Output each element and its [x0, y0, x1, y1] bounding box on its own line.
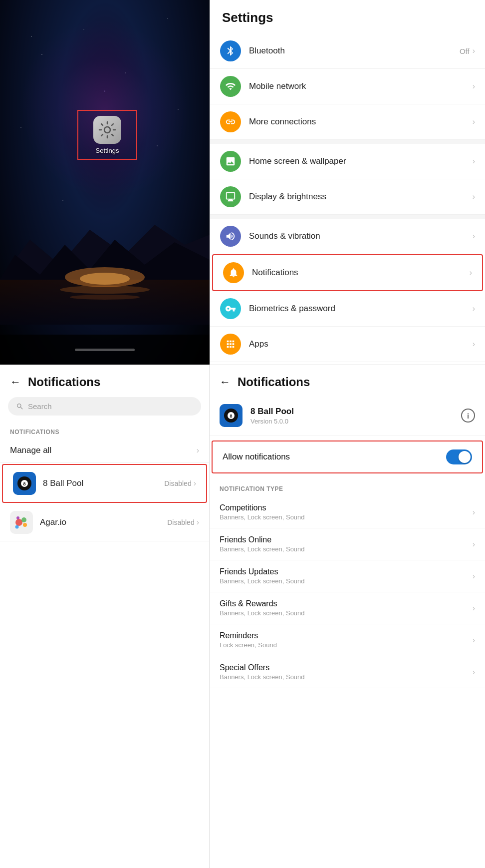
settings-item-sounds[interactable]: Sounds & vibration ›	[210, 219, 485, 254]
search-placeholder: Search	[28, 402, 52, 411]
notif-type-competitions[interactable]: Competitions Banners, Lock screen, Sound…	[210, 496, 485, 528]
special-offers-info: Special Offers Banners, Lock screen, Sou…	[220, 663, 473, 681]
friends-updates-info: Friends Updates Banners, Lock screen, So…	[220, 567, 473, 585]
sounds-chevron: ›	[473, 232, 475, 241]
notif-type-special-offers[interactable]: Special Offers Banners, Lock screen, Sou…	[210, 656, 485, 688]
notification-type-section-label: NOTIFICATION TYPE	[210, 478, 485, 496]
gifts-rewards-name: Gifts & Rewards	[220, 599, 473, 608]
notif-detail-back-button[interactable]: ←	[220, 376, 231, 389]
notif-item-agario[interactable]: Agar.io Disabled ›	[0, 504, 209, 541]
more-connections-icon	[220, 111, 241, 132]
notif-type-gifts-rewards[interactable]: Gifts & Rewards Banners, Lock screen, So…	[210, 592, 485, 624]
notifications-label: Notifications	[252, 268, 470, 278]
bluetooth-label: Bluetooth	[249, 46, 460, 56]
settings-app-icon-box[interactable]: Settings	[77, 110, 137, 160]
allow-notifications-label: Allow notifications	[223, 452, 446, 462]
notification-detail-panel: ← Notifications 8 8 Ball Pool Version 5.…	[210, 365, 485, 868]
apps-label: Apps	[249, 339, 473, 349]
settings-item-display[interactable]: Display & brightness ›	[210, 179, 485, 215]
mobile-network-icon	[220, 76, 241, 97]
manage-all-label: Manage all	[10, 445, 197, 455]
svg-point-7	[104, 127, 110, 133]
8ball-chevron: ›	[194, 479, 196, 488]
phone-screen: Settings	[0, 0, 210, 365]
more-connections-label: More connections	[249, 117, 473, 127]
settings-item-more-connections[interactable]: More connections ›	[210, 104, 485, 140]
manage-all-item[interactable]: Manage all ›	[0, 438, 209, 463]
notifications-section-label: NOTIFICATIONS	[0, 424, 209, 438]
friends-updates-name: Friends Updates	[220, 567, 473, 576]
notif-list-back-button[interactable]: ←	[10, 376, 21, 389]
svg-text:8: 8	[23, 481, 25, 486]
svg-point-15	[23, 523, 27, 527]
svg-point-5	[60, 286, 150, 294]
settings-gear-icon	[98, 121, 116, 139]
biometrics-label: Biometrics & password	[249, 304, 473, 314]
settings-item-mobile-network[interactable]: Mobile network ›	[210, 69, 485, 104]
settings-item-bluetooth[interactable]: Bluetooth Off ›	[210, 33, 485, 69]
apps-icon	[220, 334, 241, 355]
reminders-info: Reminders Lock screen, Sound	[220, 631, 473, 649]
reminders-chevron: ›	[473, 636, 475, 645]
competitions-name: Competitions	[220, 503, 473, 512]
more-connections-chevron: ›	[473, 117, 475, 126]
bluetooth-chevron: ›	[473, 46, 475, 55]
settings-item-notifications[interactable]: Notifications ›	[212, 254, 483, 291]
settings-item-apps[interactable]: Apps ›	[210, 327, 485, 362]
notif-search-bar[interactable]: Search	[8, 397, 201, 416]
settings-item-biometrics[interactable]: Biometrics & password ›	[210, 291, 485, 327]
notifications-chevron: ›	[470, 268, 472, 277]
agario-name: Agar.io	[40, 517, 167, 527]
display-icon	[220, 186, 241, 207]
notifications-list: ← Notifications Search NOTIFICATIONS Man…	[0, 365, 210, 868]
agario-status: Disabled	[167, 518, 194, 526]
app-detail-info: 8 Ball Pool Version 5.0.0	[250, 407, 461, 425]
app-detail-version: Version 5.0.0	[250, 418, 461, 425]
gifts-rewards-info: Gifts & Rewards Banners, Lock screen, So…	[220, 599, 473, 617]
biometrics-chevron: ›	[473, 304, 475, 313]
svg-point-16	[16, 516, 19, 519]
search-icon	[16, 403, 24, 411]
bluetooth-icon	[220, 40, 241, 61]
svg-point-14	[21, 517, 26, 522]
settings-icon-label: Settings	[96, 147, 119, 154]
special-offers-name: Special Offers	[220, 663, 473, 672]
competitions-info: Competitions Banners, Lock screen, Sound	[220, 503, 473, 521]
settings-item-home-screen[interactable]: Home screen & wallpaper ›	[210, 144, 485, 179]
notif-type-friends-online[interactable]: Friends Online Banners, Lock screen, Sou…	[210, 528, 485, 560]
notif-type-friends-updates[interactable]: Friends Updates Banners, Lock screen, So…	[210, 560, 485, 592]
competitions-sub: Banners, Lock screen, Sound	[220, 513, 473, 521]
friends-updates-chevron: ›	[473, 572, 475, 581]
notif-item-8ball[interactable]: 8 8 Ball Pool Disabled ›	[2, 464, 207, 503]
competitions-chevron: ›	[473, 508, 475, 517]
settings-panel: Settings Bluetooth Off › Mobile network …	[210, 0, 485, 365]
special-offers-sub: Banners, Lock screen, Sound	[220, 673, 473, 681]
notif-detail-header: ← Notifications	[210, 365, 485, 397]
divider-1	[210, 140, 485, 144]
svg-text:8: 8	[230, 414, 232, 419]
app-detail-name: 8 Ball Pool	[250, 407, 461, 417]
info-button[interactable]: i	[461, 409, 475, 423]
notif-detail-title: Notifications	[238, 375, 310, 389]
mountains-illustration	[0, 200, 210, 325]
notif-list-title: Notifications	[28, 375, 100, 389]
notifications-icon	[223, 262, 244, 283]
8ball-name: 8 Ball Pool	[43, 478, 164, 488]
app-detail-row: 8 8 Ball Pool Version 5.0.0 i	[210, 397, 485, 435]
8ball-app-icon: 8	[13, 472, 36, 495]
home-screen-chevron: ›	[473, 157, 475, 166]
apps-chevron: ›	[473, 340, 475, 349]
notif-list-header: ← Notifications	[0, 365, 209, 397]
friends-online-sub: Banners, Lock screen, Sound	[220, 545, 473, 553]
notif-type-reminders[interactable]: Reminders Lock screen, Sound ›	[210, 624, 485, 656]
agario-app-icon	[10, 511, 33, 534]
settings-icon-circle	[93, 116, 121, 144]
gifts-rewards-sub: Banners, Lock screen, Sound	[220, 609, 473, 617]
biometrics-icon	[220, 298, 241, 319]
display-chevron: ›	[473, 192, 475, 201]
svg-point-6	[70, 295, 140, 300]
manage-all-chevron: ›	[197, 446, 199, 455]
settings-title: Settings	[210, 0, 485, 33]
allow-notifications-toggle[interactable]	[446, 449, 472, 464]
reminders-name: Reminders	[220, 631, 473, 640]
